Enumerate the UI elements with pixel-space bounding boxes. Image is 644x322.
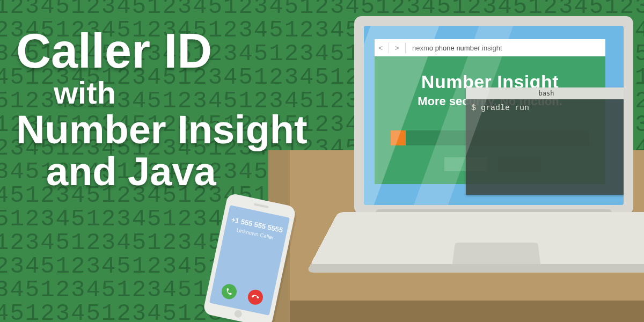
accept-call-button[interactable] — [220, 283, 238, 301]
trackpad[interactable] — [452, 243, 540, 267]
laptop: < > nexmo phone number insight Number In… — [343, 16, 644, 295]
terminal-window: bash $ gradle run — [466, 87, 624, 195]
desk-front — [290, 301, 644, 322]
laptop-base — [309, 212, 644, 267]
laptop-lid: < > nexmo phone number insight Number In… — [354, 16, 633, 215]
headline-line-4: and Java — [46, 151, 308, 193]
phone-decline-icon — [251, 292, 260, 302]
decline-call-button[interactable] — [246, 288, 264, 306]
terminal-command: gradle run — [481, 104, 529, 113]
headline-line-3: Number Insight — [16, 109, 308, 151]
headline: Caller ID with Number Insight and Java — [16, 26, 308, 193]
phone-speaker — [254, 203, 269, 208]
terminal-body[interactable]: $ gradle run — [466, 99, 624, 117]
phone-home-button[interactable] — [233, 309, 243, 318]
headline-line-1: Caller ID — [16, 26, 308, 77]
laptop-screen: < > nexmo phone number insight Number In… — [364, 26, 624, 205]
headline-line-2: with — [54, 77, 308, 109]
phone-accept-icon — [225, 287, 234, 296]
